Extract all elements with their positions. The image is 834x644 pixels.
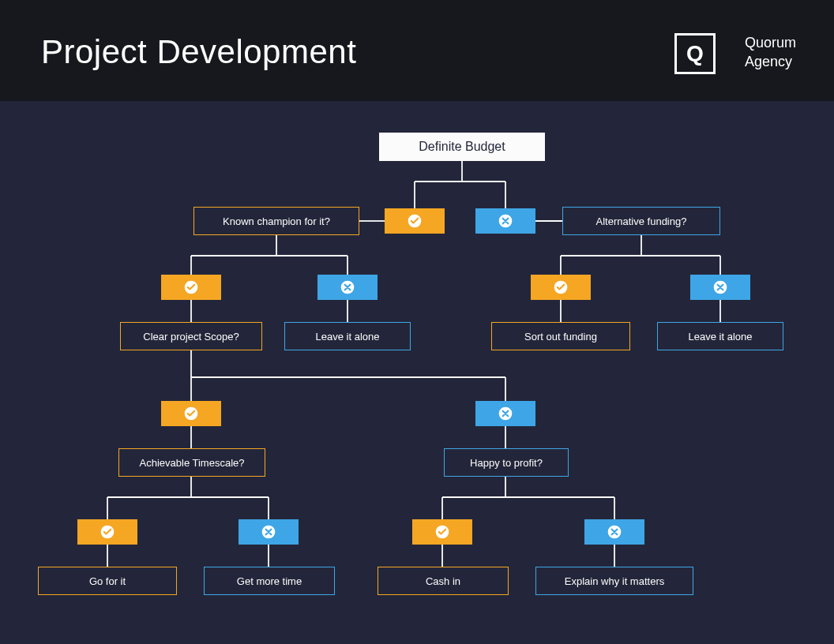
- check-icon: [161, 275, 221, 300]
- page-title: Project Development: [41, 33, 356, 71]
- cross-icon: [239, 519, 299, 545]
- node-root: Definite Budget: [379, 133, 545, 161]
- node-clear-scope: Clear project Scope?: [120, 322, 262, 350]
- cross-icon: [475, 208, 535, 234]
- page-header: Project Development Q Quorum Agency: [0, 0, 834, 101]
- brand-name: Quorum Agency: [745, 33, 796, 71]
- node-achievable-ts: Achievable Timescale?: [118, 448, 265, 477]
- node-known-champion: Known champion for it?: [193, 207, 359, 235]
- cross-icon: [317, 275, 378, 300]
- check-icon: [161, 401, 221, 426]
- brand-logo: Q: [674, 33, 716, 74]
- node-leave-alone-1: Leave it alone: [284, 322, 411, 350]
- node-go-for-it: Go for it: [38, 567, 177, 595]
- connectors: [0, 101, 834, 644]
- node-leave-alone-2: Leave it alone: [657, 322, 783, 350]
- brand-line-1: Quorum: [745, 33, 796, 52]
- node-alt-funding: Alternative funding?: [562, 207, 720, 235]
- check-icon: [385, 208, 445, 234]
- check-icon: [531, 275, 591, 300]
- cross-icon: [475, 401, 535, 426]
- cross-icon: [690, 275, 750, 300]
- node-cash-in: Cash in: [378, 567, 509, 595]
- brand-line-2: Agency: [745, 52, 796, 71]
- node-sort-funding: Sort out funding: [491, 322, 630, 350]
- diagram-canvas: Definite Budget Known champion for it? A…: [0, 101, 834, 644]
- node-get-more-time: Get more time: [204, 567, 335, 595]
- node-explain-matters: Explain why it matters: [535, 567, 693, 595]
- check-icon: [77, 519, 137, 545]
- cross-icon: [584, 519, 644, 545]
- check-icon: [412, 519, 472, 545]
- node-happy-profit: Happy to profit?: [444, 448, 569, 477]
- brand-logo-letter: Q: [686, 41, 704, 66]
